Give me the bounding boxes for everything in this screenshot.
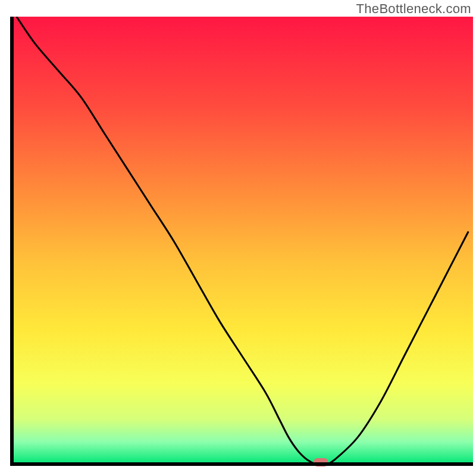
chart-container: TheBottleneck.com	[0, 0, 476, 476]
watermark-label: TheBottleneck.com	[356, 1, 471, 17]
bottleneck-chart	[0, 0, 476, 476]
gradient-background	[12, 17, 473, 464]
